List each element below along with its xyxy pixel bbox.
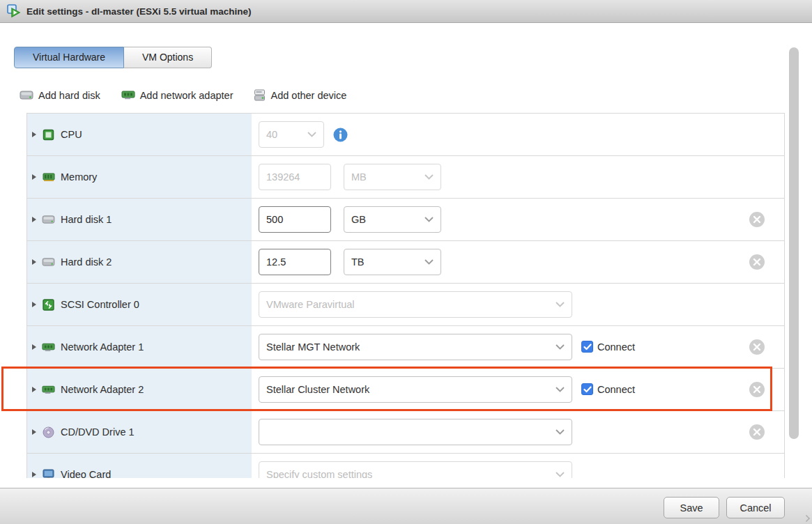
chevron-down-icon <box>556 344 565 350</box>
row-scsi-controller-0: SCSI Controller 0 VMware Paravirtual <box>27 284 784 326</box>
title-bar: Edit settings - dl-master (ESXi 5.5 virt… <box>0 0 812 23</box>
expand-arrow-icon[interactable] <box>32 217 36 222</box>
add-other-device-button[interactable]: Add other device <box>254 89 346 101</box>
memory-unit-select[interactable]: MB <box>344 164 441 190</box>
hard-disk-icon <box>20 90 33 100</box>
add-hard-disk-button[interactable]: Add hard disk <box>20 90 100 101</box>
hard-disk-icon <box>42 256 55 269</box>
hard-disk-2-unit-select[interactable]: TB <box>344 249 441 275</box>
chevron-down-icon <box>556 302 565 307</box>
add-hard-disk-label: Add hard disk <box>38 90 100 101</box>
vm-icon <box>7 4 21 18</box>
tab-virtual-hardware[interactable]: Virtual Hardware <box>14 47 124 68</box>
video-card-icon <box>42 468 55 479</box>
chevron-down-icon <box>556 429 565 435</box>
hard-disk-2-size-input[interactable] <box>259 249 331 275</box>
add-device-toolbar: Add hard disk Add network adapter Add ot… <box>20 89 346 101</box>
add-network-adapter-button[interactable]: Add network adapter <box>121 90 233 101</box>
check-icon <box>583 386 592 393</box>
check-icon <box>583 344 592 350</box>
remove-device-icon[interactable] <box>749 254 765 270</box>
chevron-down-icon <box>424 259 434 265</box>
row-network-adapter-2: Network Adapter 2 Stellar Cluster Networ… <box>27 369 784 411</box>
expand-arrow-icon[interactable] <box>32 132 36 137</box>
network-adapter-icon <box>42 341 55 354</box>
tab-bar: Virtual Hardware VM Options <box>14 47 212 68</box>
row-memory: Memory MB <box>27 156 784 199</box>
dialog-footer: Save Cancel <box>0 488 812 524</box>
hard-disk-1-size-input[interactable] <box>259 206 331 233</box>
scsi-controller-icon <box>42 298 55 311</box>
connect-label: Connect <box>597 341 635 353</box>
chevron-down-icon <box>556 472 565 477</box>
info-icon[interactable] <box>333 128 348 142</box>
remove-device-icon[interactable] <box>749 212 765 227</box>
dialog-title: Edit settings - dl-master (ESXi 5.5 virt… <box>26 6 252 17</box>
row-cpu: CPU 40 <box>27 114 784 156</box>
scsi-controller-select[interactable]: VMware Paravirtual <box>259 291 572 318</box>
connect-checkbox[interactable] <box>581 383 593 395</box>
cpu-count-select[interactable]: 40 <box>259 121 324 148</box>
cpu-icon <box>42 128 55 141</box>
cancel-button[interactable]: Cancel <box>726 497 785 518</box>
network-adapter-1-select[interactable]: Stellar MGT Network <box>259 334 572 360</box>
row-label: Hard disk 1 <box>61 214 112 225</box>
remove-device-icon[interactable] <box>749 382 765 397</box>
chevron-down-icon <box>307 132 316 137</box>
video-card-select[interactable]: Specify custom settings <box>259 461 572 478</box>
save-button[interactable]: Save <box>664 497 719 518</box>
chevron-down-icon <box>424 217 434 222</box>
connect-checkbox[interactable] <box>581 341 593 353</box>
network-adapter-icon <box>121 91 135 100</box>
virtual-hardware-table: CPU 40 <box>26 113 785 478</box>
expand-arrow-icon[interactable] <box>32 259 36 265</box>
row-label: Network Adapter 1 <box>61 341 144 353</box>
row-label: CPU <box>61 129 82 140</box>
expand-arrow-icon[interactable] <box>32 344 36 350</box>
expand-arrow-icon[interactable] <box>32 472 36 477</box>
expand-arrow-icon[interactable] <box>32 387 36 392</box>
row-label: CD/DVD Drive 1 <box>61 426 135 438</box>
memory-icon <box>42 171 55 184</box>
row-label: Video Card <box>61 469 111 478</box>
cd-dvd-media-select[interactable] <box>259 419 572 445</box>
chevron-down-icon <box>556 387 565 392</box>
row-network-adapter-1: Network Adapter 1 Stellar MGT Network Co… <box>27 326 784 369</box>
remove-device-icon[interactable] <box>749 424 765 440</box>
row-label: Memory <box>61 171 97 183</box>
network-adapter-icon <box>42 383 55 396</box>
row-cd-dvd-drive-1: CD/DVD Drive 1 <box>27 411 784 454</box>
row-hard-disk-1: Hard disk 1 GB <box>27 199 784 241</box>
resize-handle[interactable] <box>803 515 810 522</box>
remove-device-icon[interactable] <box>749 339 765 355</box>
vertical-scrollbar[interactable] <box>789 47 799 439</box>
add-network-adapter-label: Add network adapter <box>140 90 233 101</box>
expand-arrow-icon[interactable] <box>32 429 36 435</box>
row-label: Hard disk 2 <box>61 256 112 268</box>
expand-arrow-icon[interactable] <box>32 174 36 180</box>
tab-vm-options[interactable]: VM Options <box>124 47 212 68</box>
cd-dvd-icon <box>42 426 55 439</box>
memory-size-input[interactable] <box>259 164 331 190</box>
row-hard-disk-2: Hard disk 2 TB <box>27 241 784 284</box>
hard-disk-icon <box>42 213 55 226</box>
row-video-card: Video Card Specify custom settings <box>27 454 784 478</box>
row-label: SCSI Controller 0 <box>61 299 139 310</box>
connect-label: Connect <box>597 384 635 395</box>
expand-arrow-icon[interactable] <box>32 302 36 307</box>
hard-disk-1-unit-select[interactable]: GB <box>344 206 441 233</box>
other-device-icon <box>254 89 266 101</box>
chevron-down-icon <box>424 174 434 180</box>
row-label: Network Adapter 2 <box>61 384 144 395</box>
network-adapter-2-select[interactable]: Stellar Cluster Network <box>259 376 572 403</box>
add-other-device-label: Add other device <box>270 90 346 101</box>
